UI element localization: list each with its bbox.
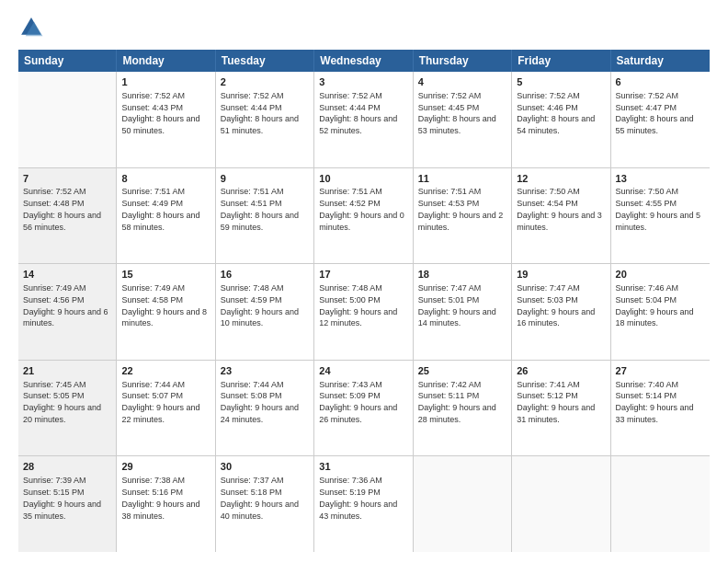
daylight: Daylight: 9 hours and 40 minutes. [221, 500, 299, 521]
header-day: Wednesday [314, 50, 413, 72]
header [18, 15, 710, 40]
sunset: Sunset: 5:03 PM [517, 295, 578, 304]
daylight: Daylight: 9 hours and 5 minutes. [616, 211, 701, 232]
header-day: Friday [512, 50, 610, 72]
daylight: Daylight: 9 hours and 22 minutes. [121, 403, 199, 424]
header-day: Thursday [414, 50, 512, 72]
day-number: 21 [23, 364, 111, 378]
calendar-cell: 27Sunrise: 7:40 AMSunset: 5:14 PMDayligh… [611, 361, 710, 456]
logo [18, 15, 48, 40]
daylight: Daylight: 8 hours and 53 minutes. [418, 114, 496, 135]
sunrise: Sunrise: 7:49 AM [23, 283, 86, 293]
day-number: 27 [616, 364, 705, 378]
page: SundayMondayTuesdayWednesdayThursdayFrid… [0, 0, 728, 563]
sunset: Sunset: 4:48 PM [23, 199, 85, 208]
day-number: 20 [616, 268, 705, 282]
sunrise: Sunrise: 7:52 AM [418, 91, 482, 100]
day-number: 14 [23, 268, 111, 282]
day-number: 4 [418, 75, 506, 89]
day-number: 22 [121, 364, 210, 378]
sunrise: Sunrise: 7:50 AM [517, 187, 580, 196]
sunset: Sunset: 5:08 PM [221, 391, 282, 400]
sunrise: Sunrise: 7:43 AM [319, 380, 382, 389]
day-number: 19 [517, 268, 605, 282]
logo-icon [18, 15, 44, 40]
daylight: Daylight: 9 hours and 28 minutes. [418, 403, 496, 424]
calendar-cell: 14Sunrise: 7:49 AMSunset: 4:56 PMDayligh… [18, 264, 117, 360]
day-number: 25 [418, 364, 506, 378]
sunrise: Sunrise: 7:48 AM [221, 283, 284, 293]
sunrise: Sunrise: 7:41 AM [517, 380, 580, 389]
calendar-cell: 2Sunrise: 7:52 AMSunset: 4:44 PMDaylight… [216, 72, 314, 167]
day-number: 6 [616, 75, 705, 89]
calendar-cell [611, 456, 710, 552]
sunset: Sunset: 5:18 PM [221, 488, 282, 497]
calendar-cell: 31Sunrise: 7:36 AMSunset: 5:19 PMDayligh… [314, 456, 413, 552]
daylight: Daylight: 8 hours and 52 minutes. [319, 114, 397, 135]
daylight: Daylight: 9 hours and 24 minutes. [221, 403, 299, 424]
sunrise: Sunrise: 7:40 AM [616, 380, 679, 389]
header-day: Saturday [611, 50, 710, 72]
calendar-cell: 29Sunrise: 7:38 AMSunset: 5:16 PMDayligh… [117, 456, 215, 552]
sunrise: Sunrise: 7:39 AM [23, 476, 86, 485]
sunset: Sunset: 5:04 PM [616, 295, 677, 304]
calendar-header: SundayMondayTuesdayWednesdayThursdayFrid… [18, 50, 710, 72]
calendar-row: 21Sunrise: 7:45 AMSunset: 5:05 PMDayligh… [18, 361, 710, 457]
header-day: Monday [117, 50, 215, 72]
sunset: Sunset: 4:44 PM [319, 103, 381, 112]
calendar-cell: 23Sunrise: 7:44 AMSunset: 5:08 PMDayligh… [216, 361, 314, 456]
sunset: Sunset: 4:46 PM [517, 103, 578, 112]
sunset: Sunset: 5:01 PM [418, 295, 480, 304]
calendar-cell: 9Sunrise: 7:51 AMSunset: 4:51 PMDaylight… [216, 168, 314, 264]
sunrise: Sunrise: 7:37 AM [221, 476, 284, 485]
calendar-cell: 3Sunrise: 7:52 AMSunset: 4:44 PMDaylight… [314, 72, 413, 167]
calendar-body: 1Sunrise: 7:52 AMSunset: 4:43 PMDaylight… [18, 72, 710, 552]
day-number: 7 [23, 172, 111, 186]
day-number: 17 [319, 268, 407, 282]
day-number: 15 [121, 268, 210, 282]
sunset: Sunset: 5:14 PM [616, 391, 677, 400]
day-number: 18 [418, 268, 506, 282]
calendar-cell: 11Sunrise: 7:51 AMSunset: 4:53 PMDayligh… [414, 168, 512, 264]
day-number: 30 [221, 460, 309, 474]
sunset: Sunset: 5:09 PM [319, 391, 381, 400]
sunrise: Sunrise: 7:51 AM [418, 187, 482, 196]
sunrise: Sunrise: 7:44 AM [121, 380, 185, 389]
calendar-cell: 24Sunrise: 7:43 AMSunset: 5:09 PMDayligh… [314, 361, 413, 456]
sunset: Sunset: 5:15 PM [23, 488, 85, 497]
calendar-cell: 20Sunrise: 7:46 AMSunset: 5:04 PMDayligh… [611, 264, 710, 360]
daylight: Daylight: 8 hours and 58 minutes. [121, 211, 199, 232]
sunrise: Sunrise: 7:51 AM [319, 187, 382, 196]
sunset: Sunset: 5:19 PM [319, 488, 381, 497]
sunrise: Sunrise: 7:46 AM [616, 283, 679, 293]
sunset: Sunset: 4:55 PM [616, 199, 677, 208]
calendar-cell: 16Sunrise: 7:48 AMSunset: 4:59 PMDayligh… [216, 264, 314, 360]
daylight: Daylight: 9 hours and 12 minutes. [319, 307, 397, 328]
sunrise: Sunrise: 7:49 AM [121, 283, 185, 293]
calendar-cell: 28Sunrise: 7:39 AMSunset: 5:15 PMDayligh… [18, 456, 117, 552]
calendar-cell [414, 456, 512, 552]
calendar-cell: 19Sunrise: 7:47 AMSunset: 5:03 PMDayligh… [512, 264, 610, 360]
daylight: Daylight: 8 hours and 56 minutes. [23, 211, 101, 232]
calendar-cell: 21Sunrise: 7:45 AMSunset: 5:05 PMDayligh… [18, 361, 117, 456]
sunrise: Sunrise: 7:51 AM [221, 187, 284, 196]
day-number: 23 [221, 364, 309, 378]
daylight: Daylight: 8 hours and 54 minutes. [517, 114, 595, 135]
daylight: Daylight: 9 hours and 35 minutes. [23, 500, 101, 521]
calendar-row: 14Sunrise: 7:49 AMSunset: 4:56 PMDayligh… [18, 264, 710, 361]
day-number: 28 [23, 460, 111, 474]
day-number: 12 [517, 172, 605, 186]
calendar-cell: 7Sunrise: 7:52 AMSunset: 4:48 PMDaylight… [18, 168, 117, 264]
sunrise: Sunrise: 7:47 AM [517, 283, 580, 293]
daylight: Daylight: 8 hours and 50 minutes. [121, 114, 199, 135]
sunset: Sunset: 4:52 PM [319, 199, 381, 208]
calendar-row: 1Sunrise: 7:52 AMSunset: 4:43 PMDaylight… [18, 72, 710, 168]
day-number: 9 [221, 172, 309, 186]
day-number: 31 [319, 460, 407, 474]
calendar-cell: 8Sunrise: 7:51 AMSunset: 4:49 PMDaylight… [117, 168, 215, 264]
sunset: Sunset: 5:05 PM [23, 391, 85, 400]
sunrise: Sunrise: 7:52 AM [319, 91, 382, 100]
day-number: 2 [221, 75, 309, 89]
daylight: Daylight: 9 hours and 26 minutes. [319, 403, 397, 424]
sunrise: Sunrise: 7:42 AM [418, 380, 482, 389]
